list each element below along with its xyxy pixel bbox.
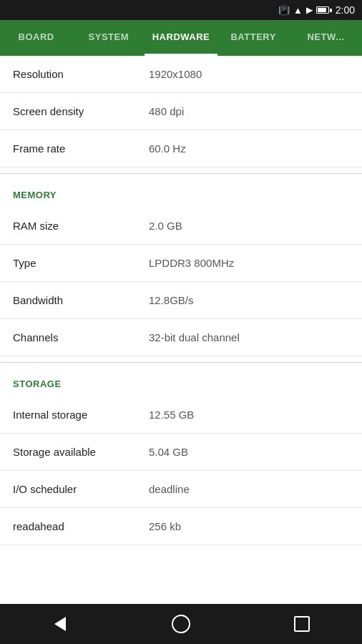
bandwidth-value: 12.8GB/s: [149, 294, 349, 306]
status-bar: 📳 ▲ ▶ 2:00: [0, 0, 362, 20]
readahead-label: readahead: [13, 520, 149, 532]
channels-value: 32-bit dual channel: [149, 331, 349, 343]
memory-header: MEMORY: [0, 177, 362, 208]
wifi-icon: ▲: [293, 5, 303, 16]
signal-icon: ▶: [306, 5, 313, 15]
io-scheduler-label: I/O scheduler: [13, 483, 149, 495]
table-row: Frame rate 60.0 Hz: [0, 130, 362, 167]
internal-storage-value: 12.55 GB: [149, 409, 349, 421]
table-row: Channels 32-bit dual channel: [0, 319, 362, 356]
tab-system[interactable]: SYSTEM: [72, 20, 145, 56]
battery-icon: [316, 6, 332, 14]
table-row: readahead 256 kb: [0, 508, 362, 545]
screen-density-value: 480 dpi: [149, 105, 349, 117]
display-section: Resolution 1920x1080 Screen density 480 …: [0, 56, 362, 170]
nav-bar: [0, 604, 362, 644]
storage-section: STORAGE Internal storage 12.55 GB Storag…: [0, 366, 362, 548]
screen-density-label: Screen density: [13, 105, 149, 117]
back-icon: [54, 617, 66, 631]
table-row: Resolution 1920x1080: [0, 56, 362, 93]
ram-size-value: 2.0 GB: [149, 220, 349, 232]
recents-icon: [294, 616, 310, 632]
tab-network[interactable]: NETW...: [290, 20, 362, 56]
home-icon: [172, 615, 190, 633]
table-row: I/O scheduler deadline: [0, 471, 362, 508]
status-time: 2:00: [336, 4, 355, 16]
nav-home-button[interactable]: [163, 606, 199, 642]
table-row: Screen density 480 dpi: [0, 93, 362, 130]
tab-battery[interactable]: BATTERY: [217, 20, 290, 56]
internal-storage-label: Internal storage: [13, 409, 149, 421]
divider-storage: [0, 362, 362, 363]
memory-section: MEMORY RAM size 2.0 GB Type LPDDR3 800MH…: [0, 177, 362, 359]
table-row: Internal storage 12.55 GB: [0, 396, 362, 434]
readahead-value: 256 kb: [149, 520, 349, 532]
table-row: Bandwidth 12.8GB/s: [0, 282, 362, 319]
nav-recents-button[interactable]: [284, 606, 320, 642]
tab-board[interactable]: BOARD: [0, 20, 72, 56]
status-icons: 📳 ▲ ▶ 2:00: [278, 4, 355, 16]
table-row: Storage available 5.04 GB: [0, 434, 362, 471]
content-area: Resolution 1920x1080 Screen density 480 …: [0, 56, 362, 604]
nav-back-button[interactable]: [42, 606, 78, 642]
bandwidth-label: Bandwidth: [13, 294, 149, 306]
divider-memory: [0, 173, 362, 174]
ram-size-label: RAM size: [13, 220, 149, 232]
frame-rate-value: 60.0 Hz: [149, 142, 349, 155]
tab-bar: BOARD SYSTEM HARDWARE BATTERY NETW...: [0, 20, 362, 56]
storage-available-value: 5.04 GB: [149, 446, 349, 458]
resolution-value: 1920x1080: [149, 68, 349, 80]
type-value: LPDDR3 800MHz: [149, 257, 349, 269]
type-label: Type: [13, 257, 149, 269]
resolution-label: Resolution: [13, 68, 149, 80]
table-row: RAM size 2.0 GB: [0, 208, 362, 245]
vibrate-icon: 📳: [278, 5, 290, 16]
frame-rate-label: Frame rate: [13, 142, 149, 155]
table-row: Type LPDDR3 800MHz: [0, 245, 362, 282]
channels-label: Channels: [13, 331, 149, 343]
io-scheduler-value: deadline: [149, 483, 349, 495]
tab-hardware[interactable]: HARDWARE: [145, 20, 217, 56]
storage-header: STORAGE: [0, 366, 362, 396]
storage-available-label: Storage available: [13, 446, 149, 458]
